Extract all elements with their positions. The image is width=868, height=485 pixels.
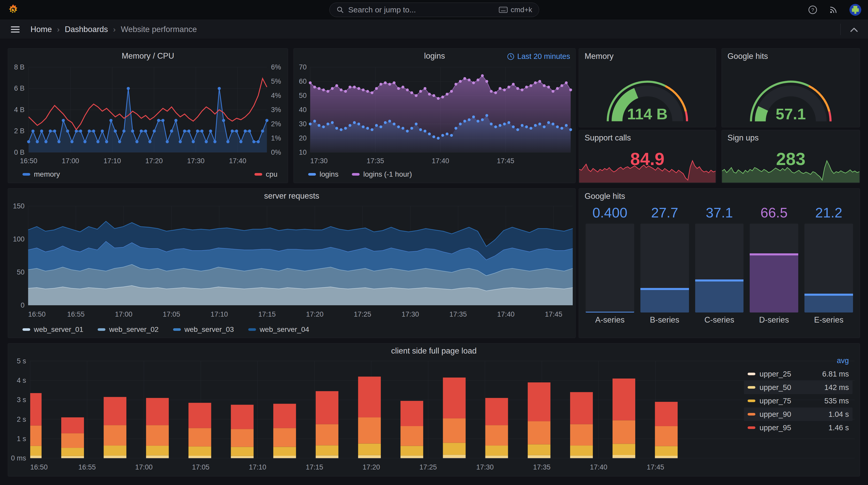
support-calls-sparkline	[579, 156, 716, 183]
time-range-badge[interactable]: Last 20 minutes	[507, 52, 570, 61]
legend-series-name: upper_25	[760, 370, 822, 378]
svg-text:17:30: 17:30	[310, 157, 328, 165]
server-requests-chart[interactable]: 15010050016:5016:5517:0017:0517:1017:151…	[8, 203, 575, 322]
svg-text:16:55: 16:55	[78, 463, 96, 471]
legend-row[interactable]: upper_95 1.46 s	[744, 421, 852, 434]
divider	[840, 24, 841, 35]
logins-chart[interactable]: 7060504030201017:3017:3517:4017:45	[294, 63, 575, 167]
svg-text:2 s: 2 s	[17, 416, 26, 423]
svg-text:17:20: 17:20	[146, 157, 163, 165]
help-icon[interactable]: ?	[808, 5, 817, 14]
legend-item[interactable]: web_server_03	[173, 325, 234, 334]
panel-title[interactable]: Memory / CPU	[8, 48, 288, 63]
search-placeholder: Search or jump to...	[348, 5, 499, 14]
legend-item[interactable]: web_server_01	[23, 325, 83, 334]
svg-text:17:05: 17:05	[192, 463, 210, 471]
bar-gauge-track	[804, 224, 853, 313]
legend-series-value: 535 ms	[824, 397, 849, 405]
legend: memory cpu	[8, 167, 288, 183]
legend-row[interactable]: upper_25 6.81 ms	[744, 367, 852, 381]
panel-support-calls: Support calls 84.9	[579, 130, 716, 183]
bar-gauge-column[interactable]: 21.2 E-series	[804, 204, 853, 326]
panel-title[interactable]: Memory	[579, 48, 716, 63]
legend-swatch	[748, 399, 755, 402]
legend-row[interactable]: upper_90 1.04 s	[744, 408, 852, 421]
svg-text:4 B: 4 B	[14, 106, 24, 114]
page-load-chart[interactable]: 0 ms1 s2 s3 s4 s5 s16:5016:5517:0017:051…	[8, 358, 860, 476]
gauge-value: 114 B	[579, 105, 716, 123]
panel-title[interactable]: Google hits	[579, 189, 860, 202]
bar-gauge-column[interactable]: 66.5 D-series	[750, 204, 798, 326]
breadcrumb-dashboards[interactable]: Dashboards	[65, 25, 108, 34]
svg-text:30: 30	[299, 120, 307, 128]
svg-text:17:35: 17:35	[533, 463, 551, 471]
user-avatar[interactable]	[849, 4, 861, 16]
legend-swatch	[173, 328, 181, 331]
bar-gauge-column[interactable]: 0.400 A-series	[586, 204, 634, 326]
panel-title[interactable]: Google hits	[722, 48, 860, 63]
bar-gauge-label: A-series	[586, 313, 634, 326]
legend-item[interactable]: web_server_02	[98, 325, 158, 334]
legend-header-avg[interactable]: avg	[744, 354, 852, 367]
legend-label: web_server_02	[109, 325, 158, 334]
google-hits-gauge[interactable]: 57.1	[722, 63, 860, 127]
bar-gauge-column[interactable]: 37.1 C-series	[695, 204, 744, 326]
keyboard-icon	[499, 6, 507, 13]
svg-text:17:45: 17:45	[497, 157, 514, 165]
legend-swatch	[748, 373, 755, 375]
panel-title[interactable]: server requests	[8, 189, 575, 203]
memory-cpu-chart[interactable]: 8 B6 B4 B2 B0 B6%5%4%3%2%1%0%16:5017:001…	[8, 63, 288, 167]
legend-item[interactable]: cpu	[254, 170, 277, 179]
legend-label: web_server_01	[34, 325, 83, 334]
legend-label: web_server_03	[184, 325, 234, 334]
bar-gauge-value: 66.5	[750, 204, 798, 224]
svg-text:60: 60	[299, 77, 307, 85]
search-input[interactable]: Search or jump to... cmd+k	[330, 3, 539, 17]
collapse-chevron-up-icon[interactable]	[849, 26, 859, 33]
bar-gauge-value: 27.7	[641, 204, 689, 224]
breadcrumb-bar: Home › Dashboards › Website performance	[0, 20, 868, 39]
legend-label: logins	[319, 170, 338, 179]
svg-text:1 s: 1 s	[17, 435, 26, 443]
legend-series-name: upper_50	[760, 383, 824, 392]
svg-text:17:00: 17:00	[62, 157, 79, 165]
legend-row[interactable]: upper_75 535 ms	[744, 394, 852, 408]
breadcrumb-home[interactable]: Home	[30, 25, 52, 34]
bar-gauge-track	[750, 224, 798, 313]
legend-label: memory	[34, 170, 60, 179]
news-rss-icon[interactable]	[829, 5, 838, 14]
panel-memory-gauge: Memory 114 B	[579, 48, 716, 127]
legend-item[interactable]: web_server_04	[248, 325, 309, 334]
google-hits-bar-gauge[interactable]: 0.400 A-series 27.7 B-series 37.1	[579, 202, 860, 329]
memory-gauge[interactable]: 114 B	[579, 63, 716, 127]
bar-gauge-label: C-series	[695, 313, 744, 326]
panel-sign-ups: Sign ups 283	[721, 130, 860, 183]
time-range-label: Last 20 minutes	[517, 52, 570, 61]
grafana-logo-icon[interactable]	[7, 4, 19, 16]
legend-swatch	[98, 328, 105, 331]
svg-text:17:10: 17:10	[103, 157, 121, 165]
svg-text:6 B: 6 B	[14, 85, 24, 92]
panel-title[interactable]: Sign ups	[722, 130, 860, 144]
clock-icon	[507, 53, 515, 60]
svg-text:17:45: 17:45	[647, 463, 664, 471]
svg-text:5 s: 5 s	[17, 358, 26, 365]
panel-title[interactable]: Support calls	[579, 130, 716, 144]
legend-item[interactable]: logins	[308, 170, 338, 179]
legend-swatch	[248, 328, 256, 331]
legend-label: logins (-1 hour)	[363, 170, 412, 179]
menu-toggle-icon[interactable]	[11, 26, 20, 33]
legend-item[interactable]: logins (-1 hour)	[352, 170, 412, 179]
bar-gauge-column[interactable]: 27.7 B-series	[641, 204, 689, 326]
breadcrumb: Home › Dashboards › Website performance	[30, 25, 197, 34]
panel-title[interactable]: client side full page load	[8, 344, 860, 358]
legend-series-name: upper_95	[760, 424, 829, 432]
legend-table: avg upper_25 6.81 ms upper_50 142 ms upp…	[744, 354, 852, 434]
legend-item[interactable]: memory	[23, 170, 60, 179]
bar-gauge-value: 37.1	[695, 204, 744, 224]
legend-row[interactable]: upper_50 142 ms	[744, 381, 852, 394]
svg-text:6%: 6%	[271, 63, 281, 71]
bar-gauge-value: 21.2	[804, 204, 853, 224]
svg-text:70: 70	[299, 63, 307, 71]
legend-label: cpu	[266, 170, 277, 179]
